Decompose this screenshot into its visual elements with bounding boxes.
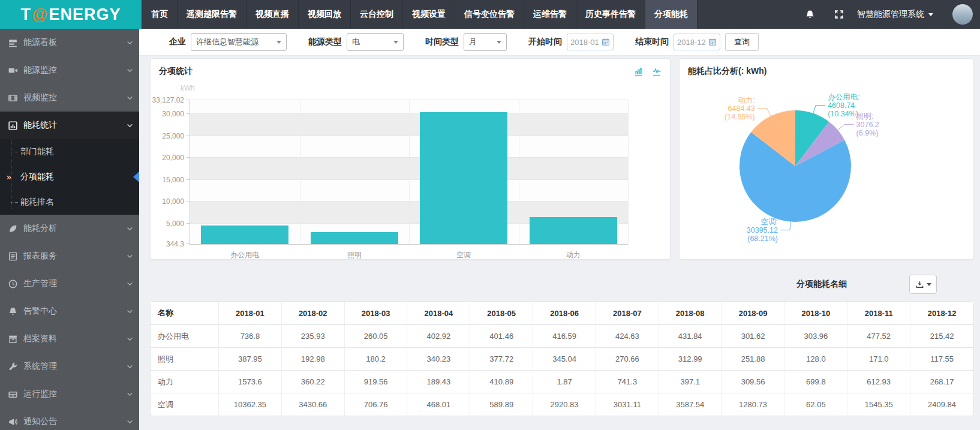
top-nav-item[interactable]: 运维告警 <box>524 0 576 29</box>
sidebar-item-能源看板[interactable]: 能源看板 <box>0 29 139 56</box>
pie-label-line <box>838 125 854 130</box>
export-button[interactable] <box>909 275 937 294</box>
table-cell: 410.89 <box>470 371 533 393</box>
chevron-down-icon <box>276 41 281 44</box>
x-axis-category-label: 动力 <box>519 250 629 260</box>
bell-icon[interactable] <box>805 10 815 20</box>
table-cell: 340.23 <box>407 348 470 371</box>
detail-title: 分项能耗名细 <box>796 279 847 290</box>
logo-at-icon: @ <box>32 5 48 24</box>
chevron-down-icon <box>127 336 133 342</box>
sidebar-item-label: 告警中心 <box>23 306 57 317</box>
y-axis-tick-label: 20,000 <box>162 154 184 162</box>
table-cell: 345.04 <box>533 348 596 371</box>
top-nav-item[interactable]: 视频直播 <box>246 0 298 29</box>
fullscreen-icon[interactable] <box>834 10 844 19</box>
megaphone-icon <box>8 417 18 427</box>
bar-照明[interactable] <box>311 232 398 244</box>
axis-tick <box>187 201 190 202</box>
pie-slice-label: 动力:6484.43(14.55%) <box>725 96 755 121</box>
calendar-icon[interactable] <box>708 38 717 46</box>
table-cell: 192.98 <box>282 348 345 371</box>
sidebar-item-运行监控[interactable]: 运行监控 <box>0 380 139 408</box>
enterprise-select[interactable]: 许继信息智慧能源 <box>191 33 287 51</box>
energy-type-select[interactable]: 电 <box>347 33 404 51</box>
calendar-icon[interactable] <box>602 38 610 46</box>
app-logo: T@ENERGY <box>0 0 142 29</box>
sidebar-item-视频监控[interactable]: 视频监控 <box>0 84 139 112</box>
sidebar-item-生产管理[interactable]: 生产管理 <box>0 270 139 297</box>
sidebar-item-告警中心[interactable]: 告警中心 <box>0 297 139 325</box>
gridline-vertical <box>300 100 300 244</box>
detail-table: 名称2018-012018-022018-032018-042018-05201… <box>150 301 974 416</box>
table-cell: 424.63 <box>596 325 659 348</box>
sidebar-item-档案资料[interactable]: 档案资料 <box>0 325 139 353</box>
sidebar-group: 告警中心 <box>0 297 139 325</box>
table-cell: 128.0 <box>784 348 847 371</box>
top-nav-item[interactable]: 首页 <box>142 0 177 29</box>
system-menu[interactable]: 智慧能源管理系统 <box>857 9 933 20</box>
pie-slice-label: 照明:3076.2(6.9%) <box>856 112 879 137</box>
row-name: 动力 <box>151 371 219 393</box>
start-date-input[interactable]: 2018-01 <box>567 34 614 50</box>
top-nav-item[interactable]: 遥测越限告警 <box>177 0 246 29</box>
table-cell: 171.0 <box>847 348 910 371</box>
end-time-label: 结束时间 <box>635 37 669 47</box>
dashboard-icon <box>8 38 18 48</box>
line-chart-type-icon[interactable] <box>652 67 662 76</box>
sidebar-subitem-分项能耗[interactable]: »分项能耗 <box>0 164 139 190</box>
sidebar-item-能源监控[interactable]: 能源监控 <box>0 56 139 84</box>
chevron-down-icon <box>127 40 133 46</box>
top-nav-item[interactable]: 视频回放 <box>298 0 350 29</box>
bar-空调[interactable] <box>420 112 507 244</box>
top-nav: 首页遥测越限告警视频直播视频回放云台控制视频设置信号变位告警运维告警历史事件告警… <box>142 0 698 29</box>
axis-tick <box>187 243 190 244</box>
chevron-down-icon <box>127 95 133 101</box>
table-cell: 401.46 <box>470 325 533 348</box>
sidebar-item-label: 视频监控 <box>23 92 57 103</box>
y-axis-unit: kWh <box>181 84 195 92</box>
bar-动力[interactable] <box>530 217 617 244</box>
table-col-header: 2018-01 <box>219 302 282 325</box>
bar-办公用电[interactable] <box>201 225 288 244</box>
sidebar-subitem-部门能耗[interactable]: 部门能耗 <box>0 139 139 164</box>
table-cell: 10362.35 <box>219 393 282 416</box>
sidebar-item-能耗分析[interactable]: 能耗分析 <box>0 215 139 242</box>
avatar[interactable] <box>952 4 973 25</box>
chevron-down-icon <box>127 281 133 287</box>
sidebar-subitem-label: 能耗排名 <box>20 197 54 208</box>
top-nav-item[interactable]: 视频设置 <box>402 0 455 29</box>
chevron-down-icon <box>127 391 133 398</box>
sidebar-subitem-能耗排名[interactable]: 能耗排名 <box>0 190 139 215</box>
bar-plot-area: 344.35,00010,00015,00020,00025,00030,000… <box>190 100 628 245</box>
end-date-input[interactable]: 2018-12 <box>674 34 720 50</box>
bar-chart-type-icon[interactable] <box>634 67 644 76</box>
table-cell: 3430.66 <box>282 393 345 416</box>
bar-chart: kWh 344.35,00010,00015,00020,00025,00030… <box>151 83 670 259</box>
query-button[interactable]: 查询 <box>725 33 759 51</box>
sidebar-item-报表服务[interactable]: 报表服务 <box>0 242 139 270</box>
table-col-header: 名称 <box>151 302 219 325</box>
table-cell: 706.76 <box>345 393 408 416</box>
sidebar-item-系统管理[interactable]: 系统管理 <box>0 353 139 380</box>
chevron-down-icon <box>127 253 133 260</box>
table-cell: 387.95 <box>219 348 282 371</box>
table-col-header: 2018-04 <box>407 302 470 325</box>
table-cell: 312.99 <box>659 348 722 371</box>
sidebar-item-label: 能源看板 <box>23 37 57 48</box>
axis-tick <box>187 157 190 158</box>
sidebar-item-能耗统计[interactable]: 能耗统计 <box>0 112 139 139</box>
top-nav-item[interactable]: 信号变位告警 <box>455 0 524 29</box>
sidebar-item-label: 档案资料 <box>23 333 57 344</box>
sidebar-item-通知公告[interactable]: 通知公告 <box>0 408 139 430</box>
server-icon <box>8 389 18 399</box>
chevron-down-icon <box>928 13 933 16</box>
table-cell: 612.93 <box>847 371 910 393</box>
table-col-header: 2018-07 <box>596 302 659 325</box>
time-type-select[interactable]: 月 <box>464 33 507 51</box>
active-arrow-icon: » <box>7 173 11 181</box>
top-nav-item[interactable]: 历史事件告警 <box>576 0 645 29</box>
top-nav-item[interactable]: 分项能耗 <box>645 0 698 29</box>
dotted-dash <box>11 202 18 203</box>
top-nav-item[interactable]: 云台控制 <box>350 0 402 29</box>
